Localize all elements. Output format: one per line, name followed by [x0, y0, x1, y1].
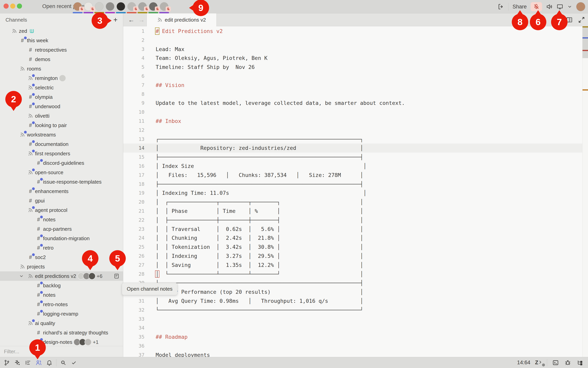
participant-avatar[interactable]: [127, 2, 136, 13]
sidebar-item-open-source[interactable]: open-source: [0, 168, 123, 177]
expand-icon[interactable]: [578, 16, 585, 24]
line-content[interactable]: ┌───────────────────────────────────────…: [156, 135, 363, 144]
close-window-icon[interactable]: [4, 4, 9, 9]
line-content[interactable]: │ │ Indexing │ 3.27s │ 29.5% │ │: [156, 252, 363, 261]
tab-edit-predictions-v2[interactable]: edit predictions v2: [147, 13, 217, 26]
line-content[interactable]: │ Indexing Time: 11.07s │: [156, 189, 367, 198]
navigate-forward-button[interactable]: →: [137, 16, 146, 24]
chevron-down-icon[interactable]: [19, 274, 24, 279]
line-content[interactable]: │ │ Tokenization │ 3.42s │ 30.8% │ │: [156, 242, 363, 252]
sidebar-item-ai-quality[interactable]: ai quality: [0, 319, 123, 328]
ai-sparkles-icon[interactable]: [14, 359, 21, 367]
scrollbar-thumb[interactable]: [582, 26, 588, 58]
sidebar-item-acp-partners[interactable]: #acp-partners: [0, 224, 123, 234]
sidebar-item-soc2[interactable]: #soc2: [0, 253, 123, 262]
participant-avatar[interactable]: [138, 2, 147, 13]
sidebar-item-selectric[interactable]: selectric: [0, 83, 123, 92]
line-content[interactable]: │ │ Saving │ 1.35s │ 12.2% │ │: [156, 261, 363, 270]
sidebar-item-enhancements[interactable]: #enhancements: [0, 186, 123, 196]
sidebar-item-rooms[interactable]: rooms: [0, 64, 123, 74]
line-content[interactable]: ├───────────────────────────────────────…: [156, 278, 363, 287]
sidebar-item-issue-response-templates[interactable]: #issue-response-templates: [0, 177, 123, 186]
sidebar-item-notes[interactable]: #notes: [0, 290, 123, 300]
editor-buffer[interactable]: 1# Edit Predictions v223Lead: Max4Team: …: [123, 26, 588, 357]
sidebar-item-olivetti[interactable]: olivetti: [0, 111, 123, 120]
participant-avatar[interactable]: [73, 2, 82, 13]
line-content[interactable]: │ Avg Query Time: 0.98ms │ Throughput: 1…: [156, 296, 363, 305]
share-button[interactable]: Share: [512, 4, 527, 10]
collaboration-panel-icon[interactable]: [35, 359, 42, 367]
line-content[interactable]: ## Roadmap: [156, 332, 188, 341]
notifications-bell-icon[interactable]: [46, 359, 53, 367]
user-avatar[interactable]: [576, 2, 585, 11]
sidebar-item-retro[interactable]: #retro: [0, 243, 123, 253]
syntax-tree-icon[interactable]: [576, 359, 584, 367]
line-content[interactable]: Model deployments: [156, 350, 210, 357]
search-icon[interactable]: [59, 359, 67, 367]
git-branch-icon[interactable]: [3, 359, 11, 367]
diagnostics-check-icon[interactable]: [70, 359, 78, 367]
editor-scrollbar[interactable]: [582, 26, 588, 357]
navigate-back-button[interactable]: ←: [127, 16, 135, 24]
line-content[interactable]: ## Vision: [156, 81, 184, 90]
minimize-window-icon[interactable]: [10, 4, 15, 9]
sidebar-item-gpui[interactable]: #gpui: [0, 196, 123, 205]
sidebar-item-foundation-migration[interactable]: #foundation-migration: [0, 234, 123, 243]
sidebar-item-documentation[interactable]: #documentation: [0, 139, 123, 149]
line-content[interactable]: │ │ Chunking │ 2.42s │ 21.8% │ │: [156, 233, 363, 242]
sidebar-item-backlog[interactable]: #backlog: [0, 281, 123, 290]
participant-avatar[interactable]: [84, 2, 93, 13]
terminal-icon[interactable]: [552, 359, 559, 367]
sidebar-item-design-notes[interactable]: #design-notes+1: [0, 337, 123, 346]
line-content[interactable]: │ ┌───────────────┬─────────┬────────┐ │: [156, 198, 363, 207]
sidebar-item-edit-predictions-v2[interactable]: edit predictions v2+6: [0, 271, 123, 281]
channel-filter-input[interactable]: Filter...: [0, 346, 123, 357]
sidebar-item-demos[interactable]: #demos: [0, 55, 123, 64]
sidebar-item-this-week[interactable]: #this week: [0, 36, 123, 45]
open-channel-notes-icon[interactable]: [114, 273, 120, 279]
line-content[interactable]: │ └───────────────┴─────────┴────────┘ │: [156, 270, 363, 279]
line-content[interactable]: ├───────────────────────────────────────…: [156, 153, 363, 162]
sidebar-item-retro-notes[interactable]: #retro-notes: [0, 300, 123, 309]
sidebar-item-zed[interactable]: zed: [0, 26, 123, 36]
participant-avatar[interactable]: [95, 2, 104, 13]
participant-avatar[interactable]: [116, 2, 125, 13]
sidebar-item-agent-protocol[interactable]: agent protocol: [0, 205, 123, 215]
speaker-icon[interactable]: [546, 3, 553, 10]
participant-avatar[interactable]: [106, 2, 114, 13]
debug-icon[interactable]: [564, 359, 571, 367]
line-content[interactable]: │ Repository: zed-industries/zed │: [156, 144, 363, 153]
microphone-muted-button[interactable]: [531, 2, 542, 11]
add-channel-button[interactable]: +: [114, 16, 117, 23]
line-content[interactable]: Update to the latest model, leverage col…: [156, 99, 405, 108]
sidebar-item-first-responders[interactable]: first responders: [0, 149, 123, 158]
sidebar-item-workstreams[interactable]: workstreams: [0, 130, 123, 139]
line-content[interactable]: # Edit Predictions v2: [156, 27, 223, 36]
sidebar-item-projects[interactable]: projects: [0, 262, 123, 271]
sidebar-item-notes[interactable]: #notes: [0, 215, 123, 224]
line-content[interactable]: │ Query Performance (top 20 results) │: [156, 287, 363, 296]
call-participants[interactable]: [73, 2, 168, 13]
line-content[interactable]: │ Files: 15,596 │ Chunks: 387,534 │ Size…: [156, 171, 363, 180]
participant-avatar[interactable]: [160, 2, 168, 13]
sidebar-item-richard-s-ai-strategy-thoughts[interactable]: #richard's ai strategy thoughts: [0, 328, 123, 337]
line-content[interactable]: Team: Oleksiy, Agus, Piotrek, Ben K: [156, 54, 267, 63]
participant-avatar[interactable]: [149, 2, 158, 13]
line-content[interactable]: │ │ Phase │ Time │ % │ │: [156, 207, 363, 216]
line-content[interactable]: Timeline: Staff Ship by Nov 26: [156, 63, 255, 72]
edit-prediction-zeta-icon[interactable]: Z: [535, 359, 542, 366]
screen-share-icon[interactable]: [557, 3, 563, 10]
cursor-position[interactable]: 14:64: [517, 359, 531, 366]
sidebar-item-remington[interactable]: remington: [0, 74, 123, 83]
line-content[interactable]: │ │ Traversal │ 0.62s │ 5.6% │ │: [156, 225, 363, 234]
sidebar-item-looking-to-pair[interactable]: #looking to pair: [0, 120, 123, 130]
line-content[interactable]: │ Index Size │: [156, 162, 367, 171]
line-content[interactable]: └───────────────────────────────────────…: [156, 305, 363, 315]
sidebar-item-logging-revamp[interactable]: #logging-revamp: [0, 309, 123, 319]
window-controls[interactable]: [4, 4, 22, 9]
zoom-window-icon[interactable]: [17, 4, 22, 9]
chevron-down-icon[interactable]: [567, 4, 572, 9]
line-content[interactable]: │ ├───────────────┼─────────┼────────┤ │: [156, 216, 363, 225]
leave-call-icon[interactable]: [497, 3, 504, 10]
outline-panel-icon[interactable]: [24, 359, 32, 367]
